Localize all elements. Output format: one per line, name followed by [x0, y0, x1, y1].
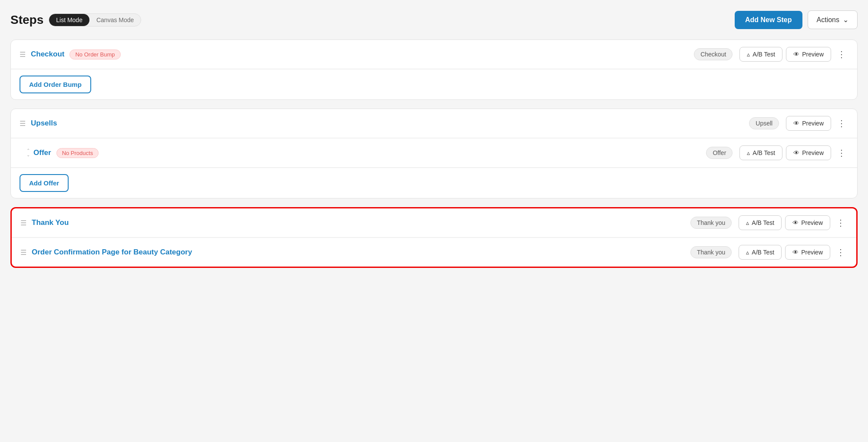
order-confirmation-row: ☰ Order Confirmation Page for Beauty Cat… — [12, 237, 856, 267]
ab-test-icon: ▵ — [746, 249, 749, 256]
offer-row: ⌃ ⌄ Offer No Products Offer ▵ A/B Test 👁… — [11, 138, 857, 168]
drag-handle-icon: ☰ — [20, 119, 26, 128]
order-confirmation-preview-button[interactable]: 👁 Preview — [785, 245, 830, 260]
offer-ab-test-button[interactable]: ▵ A/B Test — [739, 145, 782, 160]
header-right: Add New Step Actions ⌄ — [735, 10, 858, 29]
no-order-bump-badge: No Order Bump — [69, 49, 120, 59]
checkout-step-link[interactable]: Checkout — [31, 50, 64, 59]
upsells-more-button[interactable]: ⋮ — [835, 116, 848, 130]
chevron-down-icon: ⌄ — [843, 16, 848, 24]
add-offer-row: Add Offer — [11, 168, 857, 198]
eye-icon: 👁 — [792, 219, 799, 226]
eye-icon: 👁 — [793, 51, 799, 58]
thankyou-row: ☰ Thank You Thank you ▵ A/B Test 👁 Previ… — [12, 208, 856, 237]
checkout-type-badge: Checkout — [694, 48, 733, 60]
checkout-step-actions: ▵ A/B Test 👁 Preview ⋮ — [739, 47, 848, 62]
offer-type-badge: Offer — [706, 147, 733, 159]
canvas-mode-button[interactable]: Canvas Mode — [89, 14, 141, 26]
upsells-section: ☰ Upsells Upsell 👁 Preview ⋮ ⌃ ⌄ Offer N… — [10, 109, 858, 198]
offer-more-button[interactable]: ⋮ — [835, 146, 848, 160]
checkout-row: ☰ Checkout No Order Bump Checkout ▵ A/B … — [11, 40, 857, 69]
upsells-step-link[interactable]: Upsells — [31, 119, 57, 128]
upsells-row: ☰ Upsells Upsell 👁 Preview ⋮ — [11, 109, 857, 138]
drag-handle-icon: ☰ — [20, 50, 26, 59]
checkout-preview-button[interactable]: 👁 Preview — [786, 47, 831, 62]
checkout-more-button[interactable]: ⋮ — [835, 47, 848, 61]
actions-button[interactable]: Actions ⌄ — [808, 10, 858, 29]
order-confirmation-step-link[interactable]: Order Confirmation Page for Beauty Categ… — [32, 248, 192, 257]
mode-toggle: List Mode Canvas Mode — [49, 13, 141, 26]
add-new-step-button[interactable]: Add New Step — [735, 11, 802, 29]
thankyou-section: ☰ Thank You Thank you ▵ A/B Test 👁 Previ… — [10, 207, 858, 268]
list-mode-button[interactable]: List Mode — [49, 14, 89, 26]
page-title: Steps — [10, 13, 43, 27]
drag-handle-icon: ☰ — [20, 219, 26, 227]
offer-step-actions: ▵ A/B Test 👁 Preview ⋮ — [739, 145, 848, 160]
upsell-type-badge: Upsell — [749, 117, 779, 129]
add-order-bump-button[interactable]: Add Order Bump — [20, 76, 91, 93]
upsells-step-actions: 👁 Preview ⋮ — [786, 116, 848, 131]
thankyou-preview-button[interactable]: 👁 Preview — [785, 215, 830, 230]
order-confirmation-more-button[interactable]: ⋮ — [834, 245, 848, 259]
ab-test-icon: ▵ — [746, 219, 749, 226]
add-order-bump-row: Add Order Bump — [11, 69, 857, 99]
thankyou-step-actions: ▵ A/B Test 👁 Preview ⋮ — [739, 215, 848, 230]
eye-icon: 👁 — [793, 149, 799, 156]
offer-preview-button[interactable]: 👁 Preview — [786, 145, 831, 160]
add-offer-button[interactable]: Add Offer — [20, 174, 69, 192]
ab-test-icon: ▵ — [747, 149, 750, 156]
drag-handle-icon: ☰ — [20, 248, 26, 257]
thankyou-type-badge: Thank you — [690, 217, 732, 229]
ab-test-icon: ▵ — [747, 51, 750, 58]
checkout-ab-test-button[interactable]: ▵ A/B Test — [739, 47, 782, 62]
no-products-badge: No Products — [56, 148, 99, 158]
eye-icon: 👁 — [792, 249, 799, 256]
page-header: Steps List Mode Canvas Mode Add New Step… — [10, 10, 858, 29]
checkout-section: ☰ Checkout No Order Bump Checkout ▵ A/B … — [10, 40, 858, 100]
thankyou-step-link[interactable]: Thank You — [32, 218, 69, 227]
upsells-preview-button[interactable]: 👁 Preview — [786, 116, 831, 131]
sort-arrows[interactable]: ⌃ ⌄ — [26, 148, 30, 157]
thankyou-more-button[interactable]: ⋮ — [834, 216, 848, 230]
offer-step-link[interactable]: Offer — [33, 148, 51, 157]
order-confirmation-type-badge: Thank you — [690, 246, 732, 258]
thankyou-ab-test-button[interactable]: ▵ A/B Test — [739, 215, 782, 230]
eye-icon: 👁 — [793, 120, 799, 127]
order-confirmation-ab-test-button[interactable]: ▵ A/B Test — [739, 245, 782, 260]
header-left: Steps List Mode Canvas Mode — [10, 13, 141, 27]
order-confirmation-step-actions: ▵ A/B Test 👁 Preview ⋮ — [739, 245, 848, 260]
